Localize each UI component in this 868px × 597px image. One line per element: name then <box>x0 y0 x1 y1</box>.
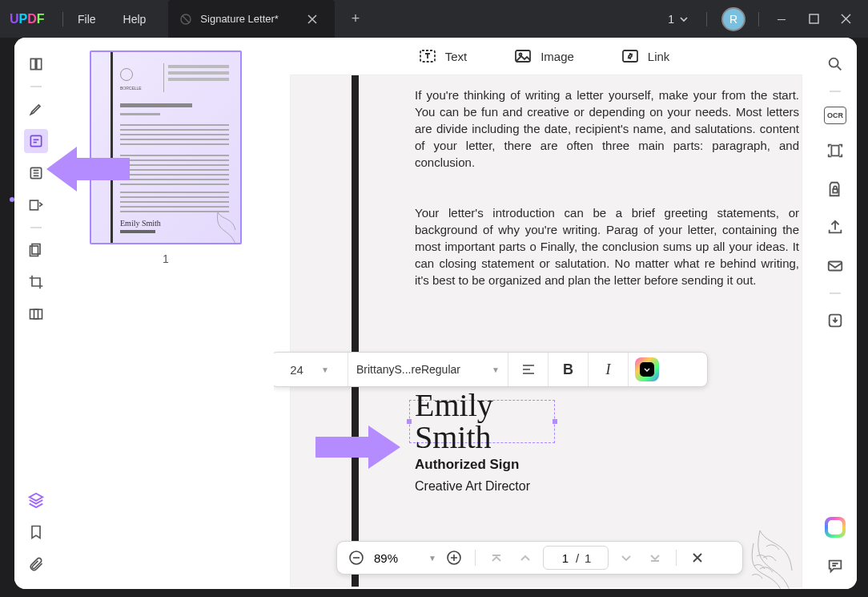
thumbnail-page-number: 1 <box>163 252 169 265</box>
maximize-button[interactable] <box>799 7 828 31</box>
tool-text[interactable]: Text <box>418 46 468 66</box>
separator <box>62 12 63 26</box>
signature-text-box[interactable]: Emily Smith <box>409 400 555 443</box>
page-accent-bar <box>352 75 359 587</box>
tab-active[interactable]: Signature Letter* <box>168 0 335 38</box>
separator <box>758 12 759 26</box>
authorized-sign-label[interactable]: Authorized Sign <box>415 457 519 473</box>
zoom-out-button[interactable] <box>345 547 368 569</box>
svg-rect-12 <box>623 50 637 62</box>
font-family-value: BrittanyS...reRegular <box>356 363 485 376</box>
form-button[interactable] <box>24 193 48 217</box>
email-button[interactable] <box>823 254 847 278</box>
zoom-in-button[interactable] <box>443 547 465 569</box>
next-page-button[interactable] <box>615 547 637 569</box>
protect-button[interactable] <box>823 177 847 201</box>
bold-button[interactable]: B <box>549 353 589 386</box>
reader-mode-button[interactable] <box>24 52 48 76</box>
paragraph-2[interactable]: Your letter's introduction can be a brie… <box>415 204 799 288</box>
zoom-nav-bar: 89% ▼ / 1 <box>336 541 743 575</box>
svg-rect-16 <box>831 146 838 156</box>
ai-icon <box>825 517 846 538</box>
user-avatar[interactable]: R <box>721 7 745 31</box>
menu-file[interactable]: File <box>78 13 96 26</box>
page-input[interactable]: / 1 <box>543 546 609 570</box>
dropdown-caret-icon: ▼ <box>321 365 329 374</box>
tool-text-label: Text <box>445 50 468 63</box>
layers-button[interactable] <box>24 488 48 512</box>
menu-help[interactable]: Help <box>123 13 147 26</box>
chevron-down-icon <box>679 14 689 24</box>
separator <box>475 550 476 566</box>
job-title-label[interactable]: Creative Art Director <box>415 479 530 494</box>
tool-image[interactable]: Image <box>513 46 574 66</box>
page-counter-value: 1 <box>668 13 674 26</box>
signature-text: Emily Smith <box>415 389 549 454</box>
minimize-button[interactable]: ─ <box>767 7 796 31</box>
edit-toolbar: Text Image Link <box>274 38 814 75</box>
svg-rect-17 <box>833 189 838 193</box>
close-window-button[interactable] <box>831 7 860 31</box>
new-tab-button[interactable]: + <box>346 10 365 29</box>
main-window: BORCELLE Emily Smith 1 Text Image <box>14 38 857 589</box>
thumbnail-panel: BORCELLE Emily Smith 1 <box>58 38 274 589</box>
dropdown-caret-icon: ▼ <box>428 554 436 563</box>
first-page-button[interactable] <box>485 547 508 569</box>
align-button[interactable] <box>508 353 549 386</box>
highlighter-button[interactable] <box>24 97 48 121</box>
tab-bar: Signature Letter* + <box>168 0 365 38</box>
right-tool-rail: OCR <box>814 38 857 589</box>
font-size-value: 24 <box>290 363 303 377</box>
image-tool-icon <box>513 46 532 66</box>
ocr-button[interactable]: OCR <box>824 107 846 124</box>
save-button[interactable] <box>823 309 847 333</box>
tool-link[interactable]: Link <box>621 46 670 66</box>
divider <box>30 86 42 87</box>
annotation-arrow-right <box>311 421 405 474</box>
document-area: Text Image Link If you're thinking of wr… <box>274 38 814 589</box>
page-view[interactable]: If you're thinking of writing a letter y… <box>274 75 814 589</box>
page-current-input[interactable] <box>557 551 574 565</box>
paragraph-1[interactable]: If you're thinking of writing a letter y… <box>415 87 799 171</box>
font-family-select[interactable]: BrittanyS...reRegular ▼ <box>348 353 508 386</box>
zoom-percent-value: 89% <box>374 551 398 565</box>
pages-button[interactable] <box>24 238 48 262</box>
page-total: 1 <box>581 551 595 565</box>
divider <box>830 91 841 92</box>
link-tool-icon <box>621 46 640 66</box>
compare-button[interactable] <box>24 302 48 326</box>
separator <box>676 550 677 566</box>
divider <box>30 227 42 228</box>
svg-rect-2 <box>30 135 41 146</box>
divider <box>830 292 841 294</box>
crop-button[interactable] <box>24 270 48 294</box>
last-page-button[interactable] <box>644 547 666 569</box>
ai-assistant-button[interactable] <box>823 515 847 539</box>
tool-image-label: Image <box>540 50 574 63</box>
document-icon <box>179 13 192 26</box>
comment-button[interactable] <box>823 554 847 578</box>
zoom-percent-select[interactable]: 89% ▼ <box>374 551 436 565</box>
annotation-arrow-left <box>42 143 130 195</box>
scan-button[interactable] <box>823 139 847 163</box>
close-tab-icon[interactable] <box>304 11 320 27</box>
left-tool-rail <box>14 38 58 589</box>
font-format-popup: 24 ▼ BrittanyS...reRegular ▼ B I <box>274 352 708 387</box>
font-size-select[interactable]: 24 ▼ <box>274 353 348 386</box>
close-zoom-bar-button[interactable] <box>686 547 709 569</box>
share-button[interactable] <box>823 216 847 240</box>
page-counter-dropdown[interactable]: 1 <box>660 11 697 27</box>
dropdown-caret-icon: ▼ <box>492 365 500 374</box>
prev-page-button[interactable] <box>514 547 536 569</box>
font-color-button[interactable] <box>629 353 665 386</box>
document-page: If you're thinking of writing a letter y… <box>290 75 802 587</box>
tool-link-label: Link <box>648 50 670 63</box>
bookmark-button[interactable] <box>24 520 48 544</box>
app-logo: UPDF <box>10 10 48 28</box>
titlebar: UPDF File Help Signature Letter* + 1 R ─ <box>0 0 868 38</box>
active-tool-indicator <box>10 197 14 202</box>
italic-button[interactable]: I <box>589 353 629 386</box>
attachment-button[interactable] <box>24 552 48 576</box>
search-button[interactable] <box>823 52 847 76</box>
page-separator: / <box>576 551 579 565</box>
